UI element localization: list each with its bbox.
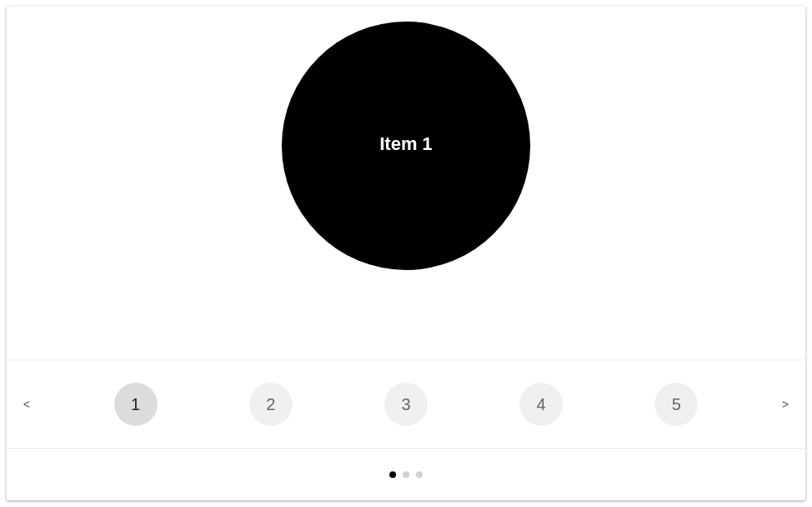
thumbnail-label: 2 bbox=[266, 395, 275, 414]
carousel-next-button[interactable]: > bbox=[769, 398, 789, 411]
carousel-dot-2[interactable] bbox=[403, 471, 409, 478]
carousel-thumbnails: 1 2 3 4 5 bbox=[43, 383, 769, 426]
thumbnail-label: 3 bbox=[401, 395, 410, 414]
carousel-thumbnail-5[interactable]: 5 bbox=[655, 383, 698, 426]
carousel-current-item[interactable]: Item 1 bbox=[282, 22, 530, 270]
carousel-current-item-label: Item 1 bbox=[379, 133, 433, 155]
carousel-pagination-dots bbox=[7, 449, 805, 500]
carousel-prev-button[interactable]: < bbox=[23, 398, 43, 411]
carousel-main: Item 1 bbox=[7, 7, 805, 360]
carousel-thumbnail-1[interactable]: 1 bbox=[114, 383, 157, 426]
chevron-right-icon: > bbox=[782, 398, 789, 411]
carousel-card: Item 1 < 1 2 3 4 5 > bbox=[7, 7, 805, 500]
thumbnail-label: 5 bbox=[672, 395, 681, 414]
chevron-left-icon: < bbox=[23, 398, 30, 411]
carousel-thumbnail-2[interactable]: 2 bbox=[249, 383, 292, 426]
carousel-thumbnail-4[interactable]: 4 bbox=[520, 383, 563, 426]
carousel-dot-1[interactable] bbox=[389, 471, 396, 478]
carousel-dot-3[interactable] bbox=[416, 471, 423, 478]
thumbnail-label: 1 bbox=[131, 395, 140, 414]
thumbnail-label: 4 bbox=[537, 395, 546, 414]
carousel-thumbnails-row: < 1 2 3 4 5 > bbox=[7, 360, 805, 449]
carousel-thumbnail-3[interactable]: 3 bbox=[384, 383, 428, 426]
